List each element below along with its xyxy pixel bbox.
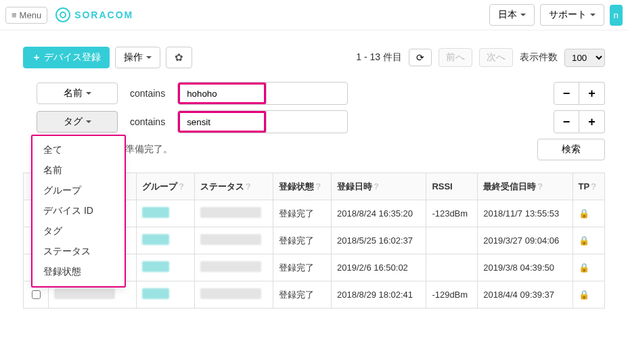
- search-button[interactable]: 検索: [537, 139, 605, 160]
- support-dropdown[interactable]: サポート: [540, 4, 604, 26]
- filter-value-2[interactable]: [178, 111, 266, 133]
- register-label: デバイス登録: [44, 51, 101, 64]
- lock-icon: 🔒: [579, 235, 589, 246]
- help-icon[interactable]: ?: [246, 181, 251, 191]
- lock-icon: 🔒: [579, 208, 589, 219]
- filter-option-name[interactable]: 名前: [32, 160, 125, 181]
- cell-last-rx: 2018/4/4 09:39:37: [478, 281, 573, 309]
- brand-swirl-icon: [55, 7, 70, 22]
- cell-lock: 🔒: [573, 281, 604, 309]
- cell-last-rx: 2019/3/27 09:04:06: [478, 227, 573, 254]
- filter-key-tag-label: タグ: [64, 116, 83, 128]
- remove-filter-1[interactable]: −: [554, 82, 579, 105]
- help-icon[interactable]: ?: [591, 181, 596, 191]
- cell-reg-state: 登録完了: [273, 254, 332, 281]
- menu-button[interactable]: ≡ Menu: [5, 7, 47, 24]
- filter-key-tag[interactable]: タグ: [37, 111, 118, 133]
- cell-last-rx: 2019/3/8 04:39:50: [478, 254, 573, 281]
- register-device-button[interactable]: ＋ デバイス登録: [23, 47, 110, 68]
- operate-label: 操作: [124, 51, 143, 64]
- locale-label: 日本: [498, 9, 517, 21]
- contains-label: contains: [130, 88, 165, 99]
- add-filter-1[interactable]: +: [579, 82, 605, 105]
- cell-last-rx: 2018/11/7 13:55:53: [478, 200, 573, 227]
- col-reg-state[interactable]: 登録状態: [279, 181, 314, 191]
- cell-reg-at: 2018/8/29 18:02:41: [332, 281, 426, 309]
- filter-key-name-label: 名前: [64, 87, 83, 99]
- brand-text: SORACOM: [74, 9, 133, 20]
- help-icon[interactable]: ?: [179, 181, 184, 191]
- brand[interactable]: SORACOM: [55, 7, 133, 22]
- menu-label: Menu: [20, 10, 42, 20]
- col-tp[interactable]: TP: [579, 181, 590, 191]
- filter-value-group-2: [177, 110, 348, 133]
- locale-dropdown[interactable]: 日本: [489, 4, 535, 26]
- page-size-label: 表示件数: [520, 51, 558, 64]
- search-label: 検索: [562, 143, 581, 156]
- help-icon[interactable]: ?: [315, 181, 321, 191]
- filter-option-tag[interactable]: タグ: [32, 221, 125, 242]
- col-group[interactable]: グループ: [142, 181, 177, 191]
- cell-reg-state: 登録完了: [273, 281, 332, 309]
- row-checkbox[interactable]: [32, 290, 41, 299]
- page-size-select[interactable]: 100: [564, 49, 605, 67]
- cell-reg-state: 登録完了: [273, 200, 332, 227]
- prev-label: 前へ: [446, 51, 465, 64]
- cell-reg-at: 2018/5/25 16:02:37: [332, 227, 426, 254]
- help-icon[interactable]: ?: [537, 181, 543, 191]
- refresh-icon: ⟳: [416, 52, 424, 63]
- cell-rssi: [426, 254, 478, 281]
- col-last-rx[interactable]: 最終受信日時: [483, 181, 536, 191]
- plus-icon: ＋: [32, 51, 41, 64]
- operate-dropdown[interactable]: 操作: [115, 47, 160, 68]
- cell-lock: 🔒: [573, 200, 604, 227]
- next-page-button[interactable]: 次へ: [479, 48, 513, 67]
- lock-icon: 🔒: [579, 290, 589, 300]
- lock-icon: 🔒: [579, 263, 589, 273]
- cell-rssi: [426, 227, 478, 254]
- cell-reg-state: 登録完了: [273, 227, 332, 254]
- col-reg-at[interactable]: 登録日時: [337, 181, 372, 191]
- contains-label-2: contains: [130, 116, 165, 127]
- settings-button[interactable]: ✿: [166, 47, 192, 68]
- prev-page-button[interactable]: 前へ: [439, 48, 472, 67]
- hamburger-icon: ≡: [12, 10, 17, 20]
- filter-value-group-1: [177, 82, 348, 105]
- cell-reg-at: 2019/2/6 16:50:02: [332, 254, 426, 281]
- filter-option-group[interactable]: グループ: [32, 181, 125, 201]
- gear-icon: ✿: [175, 51, 183, 64]
- filter-option-regst[interactable]: 登録状態: [32, 262, 125, 282]
- filter-value-1b[interactable]: [266, 83, 347, 104]
- help-icon[interactable]: ?: [374, 181, 379, 191]
- filter-key-name[interactable]: 名前: [37, 83, 118, 104]
- filter-key-dropdown-menu: 全て 名前 グループ デバイス ID タグ ステータス 登録状態: [31, 135, 126, 288]
- cell-lock: 🔒: [573, 227, 604, 254]
- cell-reg-at: 2018/8/24 16:35:20: [332, 200, 426, 227]
- filter-option-device[interactable]: デバイス ID: [32, 201, 125, 221]
- support-label: サポート: [549, 9, 587, 21]
- add-filter-2[interactable]: +: [579, 110, 605, 133]
- remove-filter-2[interactable]: −: [554, 110, 579, 133]
- col-rssi[interactable]: RSSI: [432, 181, 452, 191]
- filter-value-1[interactable]: [178, 83, 266, 104]
- account-chip[interactable]: n: [610, 5, 623, 26]
- pager-summary: 1 - 13 件目: [356, 51, 402, 64]
- next-label: 次へ: [487, 51, 506, 64]
- cell-lock: 🔒: [573, 254, 604, 281]
- filter-value-2b[interactable]: [266, 111, 347, 133]
- filter-option-all[interactable]: 全て: [32, 140, 125, 160]
- refresh-button[interactable]: ⟳: [409, 49, 432, 66]
- col-status[interactable]: ステータス: [200, 181, 244, 191]
- cell-rssi: -123dBm: [426, 200, 478, 227]
- filter-option-status[interactable]: ステータス: [32, 242, 125, 262]
- cell-rssi: -129dBm: [426, 281, 478, 309]
